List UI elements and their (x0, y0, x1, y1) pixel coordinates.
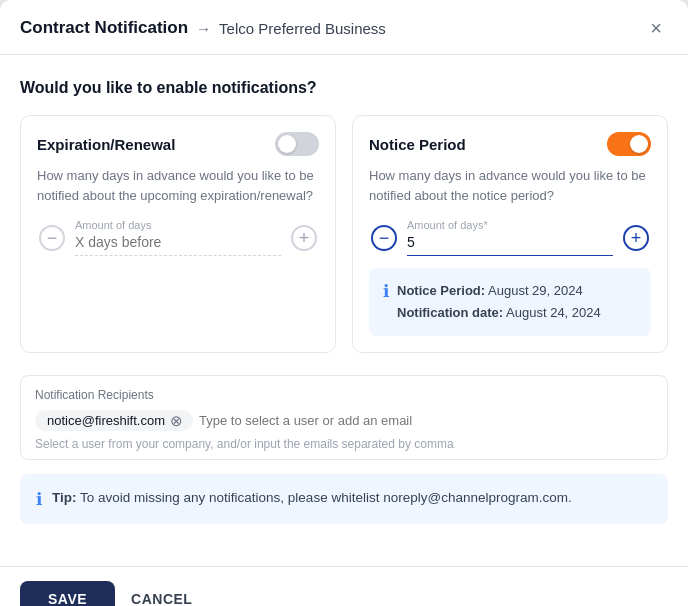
notice-plus-button[interactable]: + (621, 225, 651, 251)
modal-container: Contract Notification → Telco Preferred … (0, 0, 688, 606)
notice-days-label: Amount of days* (407, 219, 613, 231)
breadcrumb: Telco Preferred Business (219, 20, 386, 37)
expiration-plus-button[interactable]: + (289, 225, 319, 251)
info-icon: ℹ (383, 281, 389, 302)
recipients-type-input[interactable] (199, 413, 653, 428)
arrow-icon: → (196, 20, 211, 37)
expiration-card: Expiration/Renewal How many days in adva… (20, 115, 336, 353)
recipient-email: notice@fireshift.com (47, 413, 165, 428)
notice-card: Notice Period How many days in advance w… (352, 115, 668, 353)
notification-date-label-bold: Notification date: (397, 305, 503, 320)
notification-date-value: August 24, 2024 (506, 305, 601, 320)
recipients-label: Notification Recipients (35, 388, 653, 402)
notice-days-input[interactable] (407, 234, 613, 250)
expiration-days-input-wrapper: Amount of days (75, 219, 281, 256)
modal-header: Contract Notification → Telco Preferred … (0, 0, 688, 55)
notice-minus-button[interactable]: − (369, 225, 399, 251)
expiration-minus-icon: − (39, 225, 65, 251)
save-button[interactable]: SAVE (20, 581, 115, 606)
tip-bold: Tip: (52, 490, 77, 505)
expiration-card-desc: How many days in advance would you like … (37, 166, 319, 205)
expiration-days-row: − Amount of days + (37, 219, 319, 256)
notice-days-row: − Amount of days* + (369, 219, 651, 256)
expiration-days-label: Amount of days (75, 219, 281, 231)
section-question: Would you like to enable notifications? (20, 79, 668, 97)
expiration-card-header: Expiration/Renewal (37, 132, 319, 156)
recipients-hint: Select a user from your company, and/or … (35, 437, 653, 451)
expiration-plus-icon: + (291, 225, 317, 251)
expiration-card-title: Expiration/Renewal (37, 136, 175, 153)
notice-toggle-knob (630, 135, 648, 153)
notice-toggle[interactable] (607, 132, 651, 156)
modal-title: Contract Notification (20, 18, 188, 38)
notice-card-header: Notice Period (369, 132, 651, 156)
notice-info-box: ℹ Notice Period: August 29, 2024 Notific… (369, 268, 651, 336)
modal-footer: SAVE CANCEL (0, 566, 688, 606)
notice-plus-icon: + (623, 225, 649, 251)
tip-content: To avoid missing any notifications, plea… (77, 490, 572, 505)
modal-body: Would you like to enable notifications? … (0, 55, 688, 566)
recipient-tag: notice@fireshift.com ⊗ (35, 410, 193, 431)
notice-toggle-slider (607, 132, 651, 156)
tip-icon: ℹ (36, 489, 42, 510)
header-left: Contract Notification → Telco Preferred … (20, 18, 386, 38)
recipients-section: Notification Recipients notice@fireshift… (20, 375, 668, 460)
notice-card-title: Notice Period (369, 136, 466, 153)
expiration-minus-button[interactable]: − (37, 225, 67, 251)
cancel-button[interactable]: CANCEL (131, 591, 192, 606)
tag-remove-button[interactable]: ⊗ (170, 413, 183, 428)
tip-box: ℹ Tip: To avoid missing any notification… (20, 474, 668, 524)
close-button[interactable]: × (644, 16, 668, 40)
notice-days-input-wrapper: Amount of days* (407, 219, 613, 256)
expiration-toggle[interactable] (275, 132, 319, 156)
expiration-days-input[interactable] (75, 234, 281, 250)
notice-card-desc: How many days in advance would you like … (369, 166, 651, 205)
notice-period-value: August 29, 2024 (488, 283, 583, 298)
expiration-toggle-slider (275, 132, 319, 156)
notice-info-text: Notice Period: August 29, 2024 Notificat… (397, 280, 601, 324)
cards-row: Expiration/Renewal How many days in adva… (20, 115, 668, 353)
expiration-toggle-knob (278, 135, 296, 153)
notice-period-label-bold: Notice Period: (397, 283, 485, 298)
recipients-input-row: notice@fireshift.com ⊗ (35, 410, 653, 431)
notice-minus-icon: − (371, 225, 397, 251)
tip-text: Tip: To avoid missing any notifications,… (52, 488, 572, 508)
